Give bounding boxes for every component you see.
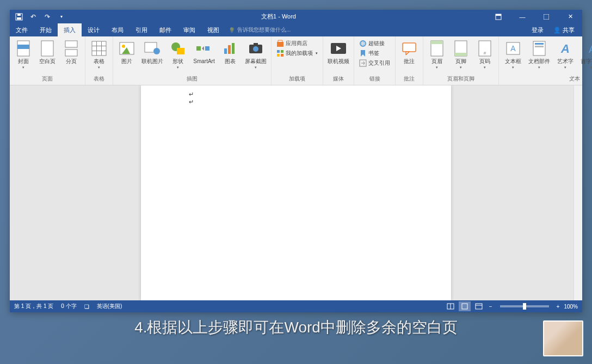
web-layout-icon[interactable] <box>473 301 485 311</box>
my-addins-button[interactable]: 我的加载项▾ <box>274 48 320 58</box>
tab-home[interactable]: 开始 <box>34 23 58 36</box>
smartart-button[interactable]: SmartArt <box>190 38 218 73</box>
textbox-button[interactable]: A 文本框 <box>501 38 525 73</box>
zoom-slider[interactable] <box>500 305 549 307</box>
pictures-button[interactable]: 图片 <box>115 38 138 73</box>
hyperlink-label: 超链接 <box>368 40 385 47</box>
blank-page-label: 空白页 <box>39 58 55 64</box>
table-icon <box>90 40 108 57</box>
svg-marker-24 <box>202 46 204 51</box>
tab-insert[interactable]: 插入 <box>58 23 82 36</box>
tab-references[interactable]: 引用 <box>130 23 153 36</box>
svg-marker-44 <box>406 52 409 55</box>
svg-rect-11 <box>92 41 106 55</box>
bookmark-button[interactable]: 书签 <box>356 48 393 58</box>
tab-file[interactable]: 文件 <box>10 23 34 36</box>
tab-review[interactable]: 审阅 <box>177 23 201 36</box>
group-tables: 表格 表格 <box>85 36 113 85</box>
shapes-button[interactable]: 形状 <box>166 38 189 73</box>
smartart-icon <box>195 40 213 57</box>
table-button[interactable]: 表格 <box>88 38 110 73</box>
tell-me-search[interactable]: 告诉我您想要做什么... <box>229 26 291 34</box>
dropcap-button[interactable]: A 首字下沉 <box>578 38 592 73</box>
footer-icon <box>452 40 470 57</box>
qat-dropdown-icon[interactable]: ▾ <box>55 11 67 23</box>
login-button[interactable]: 登录 <box>527 26 548 34</box>
status-proofing-icon[interactable]: ❏ <box>84 304 89 310</box>
group-pages: 封面 空白页 分页 页面 <box>10 36 85 85</box>
blank-page-button[interactable]: 空白页 <box>36 38 59 73</box>
svg-point-30 <box>253 46 258 52</box>
svg-rect-32 <box>277 42 283 47</box>
read-mode-icon[interactable] <box>445 301 457 311</box>
print-layout-icon[interactable] <box>459 301 471 311</box>
my-addins-label: 我的加载项 <box>286 50 313 57</box>
smartart-label: SmartArt <box>193 58 214 64</box>
chart-button[interactable]: 图表 <box>219 38 242 73</box>
tab-view[interactable]: 视图 <box>201 23 225 36</box>
close-button[interactable]: ✕ <box>558 10 582 23</box>
status-language[interactable]: 英语(美国) <box>97 303 122 310</box>
page-break-button[interactable]: 分页 <box>60 38 83 73</box>
comment-button[interactable]: 批注 <box>398 38 421 73</box>
undo-icon[interactable]: ↶ <box>27 11 39 23</box>
redo-icon[interactable]: ↷ <box>41 11 53 23</box>
online-pictures-button[interactable]: 联机图片 <box>139 38 165 73</box>
cover-page-label: 封面 <box>18 58 29 70</box>
svg-marker-41 <box>361 50 365 57</box>
svg-point-40 <box>362 41 364 46</box>
dropcap-label: 首字下沉 <box>581 58 592 70</box>
tab-layout[interactable]: 布局 <box>106 23 130 36</box>
svg-rect-1 <box>17 17 21 20</box>
footer-button[interactable]: 页脚 <box>449 38 472 73</box>
screenshot-button[interactable]: 屏幕截图 <box>243 38 269 73</box>
group-comments-label: 批注 <box>398 74 421 84</box>
online-pictures-icon <box>144 40 161 57</box>
crossref-button[interactable]: 交叉引用 <box>356 58 393 68</box>
header-button[interactable]: 页眉 <box>425 38 448 73</box>
svg-rect-43 <box>403 43 416 52</box>
group-illustrations-label: 插图 <box>115 74 269 84</box>
save-icon[interactable] <box>13 11 25 23</box>
online-video-button[interactable]: 联机视频 <box>325 38 351 73</box>
footer-label: 页脚 <box>455 58 466 70</box>
pagenum-button[interactable]: # 页码 <box>473 38 496 73</box>
svg-rect-5 <box>544 14 549 20</box>
crossref-icon <box>359 59 367 67</box>
tab-mailings[interactable]: 邮件 <box>153 23 177 36</box>
screenshot-icon <box>247 40 264 57</box>
status-page[interactable]: 第 1 页，共 1 页 <box>14 303 53 310</box>
store-button[interactable]: 应用商店 <box>274 39 320 48</box>
zoom-in-button[interactable]: + <box>554 304 562 310</box>
quickparts-icon <box>531 40 548 57</box>
quickparts-button[interactable]: 文档部件 <box>526 38 552 73</box>
svg-rect-25 <box>205 46 209 51</box>
status-words[interactable]: 0 个字 <box>61 303 76 310</box>
cover-page-button[interactable]: 封面 <box>12 38 35 73</box>
ribbon-tabs: 文件 开始 插入 设计 布局 引用 邮件 审阅 视图 告诉我您想要做什么... … <box>10 23 582 36</box>
page-break-icon <box>63 40 80 57</box>
zoom-out-button[interactable]: − <box>487 304 495 310</box>
bookmark-icon <box>359 50 367 57</box>
hyperlink-button[interactable]: 超链接 <box>356 39 393 48</box>
maximize-button[interactable] <box>534 10 558 23</box>
dropcap-icon: A <box>583 40 592 57</box>
ribbon-display-icon[interactable] <box>486 10 510 23</box>
table-label: 表格 <box>94 58 104 70</box>
vertical-scrollbar[interactable] <box>574 85 582 300</box>
svg-rect-35 <box>277 54 280 57</box>
tab-design[interactable]: 设计 <box>82 23 106 36</box>
svg-rect-26 <box>224 48 227 54</box>
wordart-button[interactable]: A 艺术字 <box>553 38 577 73</box>
zoom-level[interactable]: 100% <box>564 304 578 310</box>
textbox-label: 文本框 <box>505 58 521 70</box>
page[interactable]: ↵ ↵ <box>141 85 451 300</box>
minimize-button[interactable]: — <box>510 10 534 23</box>
cover-page-icon <box>15 40 32 57</box>
hyperlink-icon <box>359 40 367 47</box>
collapse-ribbon-icon[interactable]: ˇ <box>572 76 580 84</box>
chart-icon <box>221 40 239 57</box>
wordart-label: 艺术字 <box>557 58 574 70</box>
cursor-marker-2: ↵ <box>189 98 194 106</box>
share-button[interactable]: 👤共享 <box>549 26 579 34</box>
